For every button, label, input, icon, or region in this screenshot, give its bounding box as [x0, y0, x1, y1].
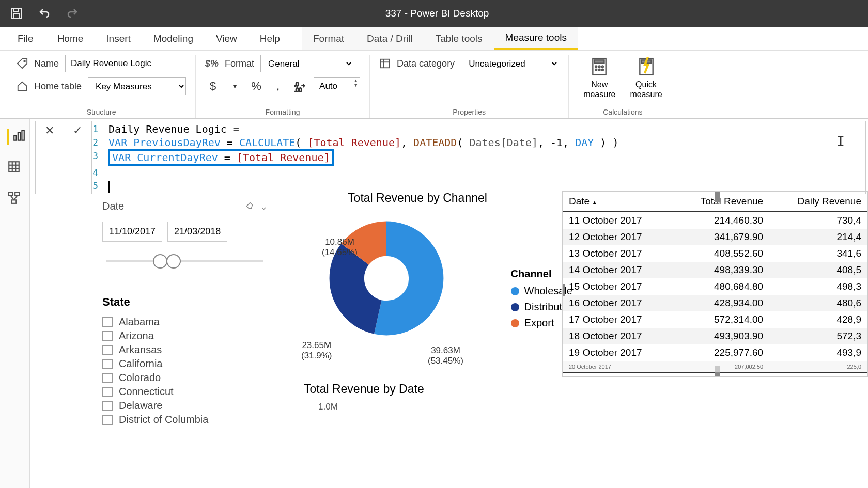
table-row[interactable]: 13 October 2017408,552.60341,6 — [563, 245, 867, 262]
eraser-icon[interactable] — [245, 200, 255, 212]
checkbox[interactable] — [102, 331, 113, 341]
spinner-down-icon[interactable]: ▼ — [353, 83, 358, 88]
state-label: Colorado — [119, 372, 161, 384]
report-canvas: Us ✕ ✓ 1 Daily Revenue Logic = 2 VAR Pre… — [30, 119, 868, 488]
formula-editor[interactable]: 1 Daily Revenue Logic = 2 VAR PreviousDa… — [92, 121, 865, 194]
date-from-input[interactable]: 11/10/2017 — [102, 222, 162, 242]
checkbox[interactable] — [102, 373, 113, 383]
table-row[interactable]: 20 October 2017207,002.50225,0 — [563, 361, 867, 373]
svg-rect-22 — [9, 162, 19, 172]
home-table-select[interactable]: Key Measures — [88, 77, 186, 95]
tab-modeling[interactable]: Modeling — [142, 27, 205, 50]
state-item[interactable]: Arkansas — [102, 343, 273, 357]
checkbox[interactable] — [102, 387, 113, 397]
state-item[interactable]: California — [102, 357, 273, 371]
col-daily-revenue[interactable]: Daily Revenue — [769, 192, 867, 212]
thousands-button[interactable]: , — [270, 78, 286, 94]
tab-home[interactable]: Home — [46, 27, 95, 50]
redo-icon[interactable] — [66, 7, 79, 20]
date-slicer-title: Date — [102, 200, 240, 212]
col-revenue[interactable]: Total Revenue — [673, 192, 769, 212]
tab-measure-tools[interactable]: Measure tools — [494, 27, 578, 50]
date-to-input[interactable]: 21/03/2018 — [167, 222, 227, 242]
svg-rect-19 — [14, 136, 16, 140]
data-view-icon[interactable] — [7, 160, 23, 176]
cancel-formula-button[interactable]: ✕ — [36, 121, 64, 140]
tab-insert[interactable]: Insert — [95, 27, 142, 50]
checkbox[interactable] — [102, 317, 113, 327]
model-view-icon[interactable] — [7, 191, 23, 207]
undo-icon[interactable] — [38, 7, 51, 20]
checkbox[interactable] — [102, 401, 113, 411]
state-item[interactable]: Alabama — [102, 315, 273, 329]
text-cursor-icon: I — [836, 135, 845, 148]
name-label: Name — [34, 58, 59, 69]
table-row[interactable]: 17 October 2017572,314.00428,9 — [563, 311, 867, 328]
state-item[interactable]: District of Columbia — [102, 413, 273, 427]
checkbox[interactable] — [102, 345, 113, 355]
home-table-label: Home table — [34, 81, 82, 92]
tab-file[interactable]: File — [5, 27, 46, 50]
checkbox[interactable] — [102, 359, 113, 369]
slider-handle-left[interactable] — [153, 254, 167, 269]
tag-icon — [17, 58, 28, 69]
svg-point-3 — [24, 60, 25, 62]
tab-format[interactable]: Format — [302, 27, 355, 50]
svg-rect-29 — [11, 200, 16, 203]
table-row[interactable]: 16 October 2017428,934.00480,6 — [563, 295, 867, 311]
report-view-icon[interactable] — [7, 129, 23, 145]
table-row[interactable]: 19 October 2017225,977.60493,9 — [563, 344, 867, 361]
tab-help[interactable]: Help — [249, 27, 291, 50]
table-row[interactable]: 18 October 2017493,903.90572,3 — [563, 328, 867, 344]
tab-view[interactable]: View — [205, 27, 249, 50]
svg-point-13 — [602, 66, 603, 67]
quick-measure-button[interactable]: Quick measure — [625, 55, 667, 101]
category-select[interactable]: Uncategorized — [461, 55, 559, 72]
sort-asc-icon: ▲ — [592, 199, 597, 206]
slider-handle-right[interactable] — [166, 254, 181, 269]
table-row[interactable]: 14 October 2017498,339.30408,5 — [563, 262, 867, 278]
state-item[interactable]: Colorado — [102, 371, 273, 385]
percent-button[interactable]: % — [249, 78, 264, 94]
tab-table-tools[interactable]: Table tools — [424, 27, 494, 50]
currency-dropdown-icon[interactable]: ▾ — [227, 78, 242, 94]
table-row[interactable]: 11 October 2017214,460.30730,4 — [563, 212, 867, 229]
donut-title: Total Revenue by Channel — [273, 191, 562, 205]
slice-label-wholesale: 39.63M (53.45%) — [428, 345, 463, 366]
line-chart-ytick: 1.0M — [318, 402, 338, 412]
chevron-down-icon[interactable]: ⌄ — [260, 201, 268, 212]
resize-handle[interactable] — [715, 191, 720, 202]
table-row[interactable]: 15 October 2017480,684.80498,3 — [563, 278, 867, 295]
commit-formula-button[interactable]: ✓ — [64, 121, 91, 140]
measure-name-input[interactable] — [65, 55, 163, 72]
slice-label-export: 10.86M (14.65%) — [322, 237, 358, 258]
group-calculations: Calculations — [578, 106, 668, 118]
new-measure-button[interactable]: New measure — [578, 55, 621, 101]
resize-handle[interactable] — [562, 284, 565, 296]
state-label: Delaware — [119, 400, 162, 412]
svg-line-31 — [14, 196, 18, 200]
save-icon[interactable] — [10, 7, 23, 20]
date-slicer[interactable]: Date ⌄ 11/10/2017 21/03/2018 — [102, 200, 268, 270]
checkbox[interactable] — [102, 415, 113, 425]
svg-point-12 — [599, 66, 600, 67]
table-visual[interactable]: Date▲ Total Revenue Daily Revenue 11 Oct… — [562, 191, 868, 377]
col-date[interactable]: Date▲ — [563, 192, 673, 212]
state-slicer[interactable]: State AlabamaArizonaArkansasCaliforniaCo… — [102, 295, 273, 427]
state-item[interactable]: Delaware — [102, 399, 273, 413]
state-label: Arizona — [119, 330, 154, 342]
ribbon: Name Home table Key Measures Structure $… — [0, 51, 868, 119]
donut-chart[interactable]: Total Revenue by Channel 10.86M (14.65%)… — [273, 191, 562, 392]
date-range-slider[interactable] — [102, 254, 268, 270]
state-item[interactable]: Arizona — [102, 329, 273, 343]
table-row[interactable]: 12 October 2017341,679.90214,4 — [563, 229, 867, 245]
state-label: Alabama — [119, 316, 160, 328]
slice-label-distributor: 23.65M (31.9%) — [301, 340, 332, 361]
currency-button[interactable]: $ — [205, 78, 221, 94]
format-select[interactable]: General — [260, 55, 353, 72]
state-item[interactable]: Connecticut — [102, 385, 273, 399]
svg-point-11 — [595, 66, 597, 67]
svg-rect-21 — [22, 130, 24, 140]
decimal-button[interactable]: .0.00 — [292, 78, 307, 94]
tab-data-drill[interactable]: Data / Drill — [355, 27, 424, 50]
